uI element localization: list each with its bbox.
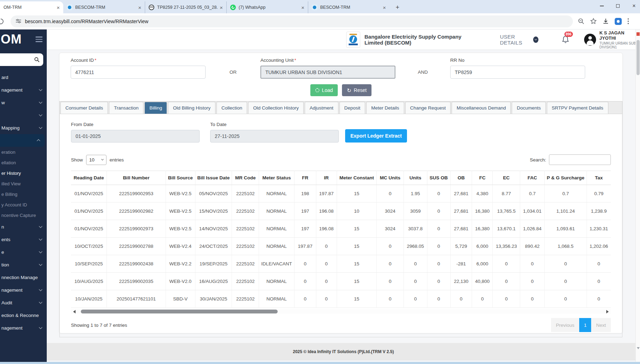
column-header[interactable]: FC [472, 171, 493, 185]
column-header[interactable]: SUS OB [427, 171, 450, 185]
extension-icon[interactable] [615, 18, 622, 25]
column-header[interactable]: FR [294, 171, 316, 185]
export-ledger-button[interactable]: Export Ledger Extract [345, 129, 407, 143]
sidebar-item[interactable]: e Billing [0, 189, 47, 199]
browser-tab[interactable]: OM-TRM× [0, 1, 63, 13]
bookmark-star-icon[interactable] [590, 18, 597, 25]
load-button[interactable]: Load [310, 84, 338, 96]
sidebar-item[interactable]: w [0, 96, 47, 109]
accounting-unit-field[interactable] [260, 66, 395, 79]
sidebar-item[interactable]: ard [0, 71, 47, 84]
close-window-button[interactable]: × [632, 4, 636, 8]
column-header[interactable]: Tax [587, 171, 611, 185]
vertical-scrollbar[interactable] [635, 29, 640, 362]
sidebar-item[interactable]: ncentive Capture [0, 210, 47, 220]
browser-tab[interactable]: (7) WhatsApp× [226, 1, 308, 13]
maximize-button[interactable] [615, 4, 620, 8]
sidebar-item[interactable]: nagement [0, 84, 47, 96]
table-row[interactable]: 01/NOV/20252225199002973WEB-V2.514/NOV/2… [71, 220, 611, 238]
page-1-button[interactable]: 1 [579, 318, 591, 332]
tab-transaction[interactable]: Transaction [109, 102, 143, 114]
column-header[interactable]: EC [493, 171, 520, 185]
column-header[interactable]: Reading Date [71, 171, 107, 185]
column-header[interactable]: Units [404, 171, 427, 185]
sidebar-search-input[interactable] [0, 53, 43, 66]
tab-adjustment[interactable]: Adjustment [305, 102, 338, 114]
sidebar-item[interactable]: eration [0, 147, 47, 157]
column-header[interactable]: OB [450, 171, 472, 185]
browser-tab[interactable]: BESCOM-TRM× [63, 1, 145, 13]
tab-meter-details[interactable]: Meter Details [366, 102, 404, 114]
url-text[interactable]: bescom.trm.ieasybill.com/RRMasterView/RR… [25, 19, 148, 24]
tab-change-request[interactable]: Change Request [405, 102, 451, 114]
notifications-button[interactable]: 896 [562, 35, 569, 44]
reload-icon[interactable] [0, 18, 4, 25]
column-header[interactable]: Bill Issue Date [195, 171, 232, 185]
sidebar-item[interactable]: ection & Reconne [0, 309, 47, 322]
sidebar-item[interactable]: Mapping [0, 121, 47, 134]
tab-old-billing-history[interactable]: Old Billing History [168, 102, 215, 114]
sidebar-item[interactable]: y Account ID [0, 199, 47, 210]
to-date-field[interactable] [210, 130, 339, 143]
column-header[interactable]: Meter Constant [337, 171, 377, 185]
kebab-menu-icon[interactable] [627, 18, 629, 25]
new-tab-button[interactable]: + [393, 3, 402, 12]
sidebar-item[interactable] [0, 134, 45, 147]
column-header[interactable]: Bill Source [166, 171, 195, 185]
omnibox[interactable]: bescom.trm.ieasybill.com/RRMasterView/RR… [11, 15, 573, 27]
from-date-field[interactable] [71, 130, 200, 143]
browser-tab[interactable]: TP8259 27-11-2025 05_03_28.p× [145, 1, 226, 13]
tab-close-icon[interactable]: × [57, 5, 60, 10]
sidebar-item[interactable]: e [0, 246, 47, 258]
horizontal-scrollbar[interactable] [71, 309, 611, 314]
sidebar-item[interactable]: Audit [0, 296, 47, 309]
next-page-button[interactable]: Next [591, 318, 611, 332]
tab-documents[interactable]: Documents [512, 102, 545, 114]
tab-miscellaneous-demand[interactable]: Miscellaneous Demand [452, 102, 511, 114]
column-header[interactable]: Bill Number [107, 171, 166, 185]
sidebar-item[interactable]: er History [0, 168, 47, 178]
tab-close-icon[interactable]: × [301, 5, 304, 10]
sidebar-item[interactable]: n [0, 220, 47, 233]
download-icon[interactable] [602, 18, 609, 25]
tab-collection[interactable]: Collection [216, 102, 247, 114]
table-row[interactable]: 10/JAN/2025202501477621101SBD-V30/JAN/20… [71, 290, 611, 308]
browser-tab[interactable]: BESCOM-TRM× [308, 1, 389, 13]
table-row[interactable]: 10/SEP/20252225199002438WEB-V2.219/SEP/2… [71, 255, 611, 273]
sidebar-item[interactable]: nnection Manage [0, 271, 47, 284]
scroll-down-icon[interactable] [637, 347, 640, 349]
tab-consumer-details[interactable]: Consumer Details [60, 102, 108, 114]
reset-button[interactable]: ↻Reset [342, 84, 371, 96]
sidebar-item[interactable]: nagement [0, 284, 47, 296]
column-header[interactable]: P & G Surcharge [544, 171, 587, 185]
page-size-select[interactable]: 10 [86, 155, 106, 165]
table-row[interactable]: 10/AUG/20252225199002035WEB-V2.016/AUG/2… [71, 273, 611, 290]
sidebar-item[interactable]: tion [0, 258, 47, 271]
column-header[interactable]: FAC [520, 171, 545, 185]
tab-close-icon[interactable]: × [220, 5, 223, 10]
sidebar-item[interactable]: nagement [0, 322, 47, 334]
sidebar-item[interactable] [0, 109, 47, 121]
column-header[interactable]: MR Code [232, 171, 259, 185]
column-header[interactable]: MC Units [377, 171, 404, 185]
account-id-field[interactable] [71, 66, 206, 79]
scroll-right-icon[interactable] [606, 310, 609, 313]
vertical-scrollbar-thumb[interactable] [636, 40, 640, 75]
table-row[interactable]: 10/OCT/20252225199002788WEB-V2.424/OCT/2… [71, 238, 611, 255]
zoom-icon[interactable] [578, 18, 584, 25]
hamburger-menu-icon[interactable] [35, 35, 43, 44]
tab-close-icon[interactable]: × [383, 5, 386, 10]
previous-page-button[interactable]: Previous [551, 318, 580, 332]
tab-close-icon[interactable]: × [138, 5, 141, 10]
table-row[interactable]: 01/NOV/20252225199002982WEB-V2.515/NOV/2… [71, 203, 611, 220]
site-settings-icon[interactable] [15, 18, 21, 24]
tab-deposit[interactable]: Deposit [340, 102, 366, 114]
scroll-left-icon[interactable] [73, 310, 76, 313]
sidebar-item[interactable]: ellation [0, 157, 47, 168]
column-header[interactable]: Meter Status [259, 171, 295, 185]
rr-no-field[interactable] [450, 66, 585, 79]
sidebar-item[interactable]: ents [0, 233, 47, 246]
scrollbar-thumb[interactable] [81, 310, 278, 313]
profile[interactable]: K S JAGAN JYOTHI TUMKUR URBAN SUB DIVISI… [584, 30, 640, 49]
tab-srtpv-payment-details[interactable]: SRTPV Payment Details [547, 102, 608, 114]
